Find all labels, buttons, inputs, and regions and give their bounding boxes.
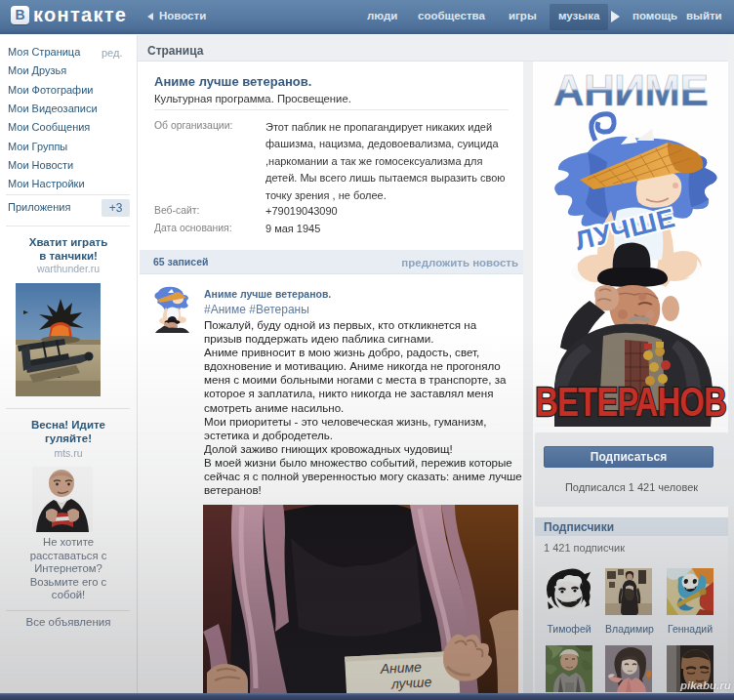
svg-text:ВЕТЕРАНОВ: ВЕТЕРАНОВ <box>535 379 726 425</box>
svg-text:АНИМЕ: АНИМЕ <box>553 66 709 114</box>
svg-text:лучше: лучше <box>389 674 431 691</box>
